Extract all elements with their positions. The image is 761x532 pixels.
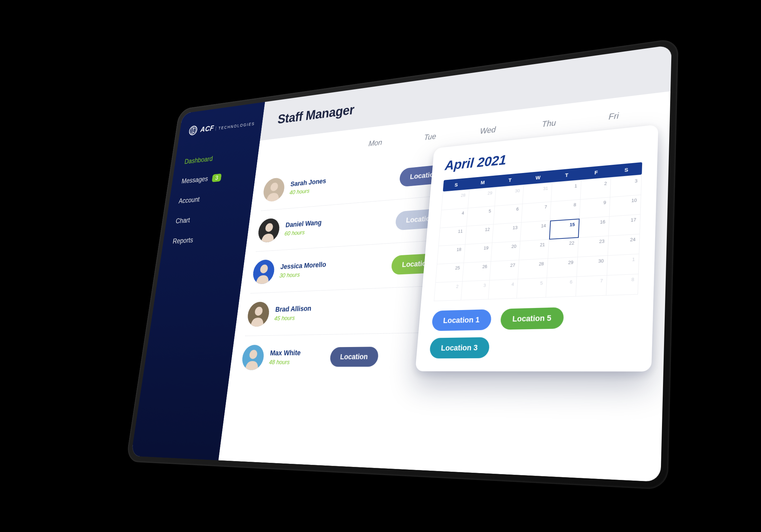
calendar-day[interactable]: 30	[495, 185, 524, 206]
schedule-cell[interactable]	[336, 265, 390, 268]
staff-cell: Brad Allison45 hours	[246, 299, 332, 326]
schedule-cell[interactable]	[579, 154, 646, 161]
schedule-cell[interactable]	[572, 303, 641, 305]
schedule-cell[interactable]	[506, 305, 572, 307]
staff-cell: Sarah Jones40 hours	[262, 171, 346, 202]
calendar-day[interactable]: 9	[579, 197, 610, 219]
calendar-day[interactable]: 31	[523, 183, 552, 204]
calendar-day[interactable]: 29	[468, 188, 496, 208]
calendar-day[interactable]: 7	[521, 202, 551, 222]
calendar-day[interactable]: 8	[606, 274, 638, 295]
staff-name: Max White	[269, 348, 301, 357]
sidebar-item-messages[interactable]: Messages3	[181, 171, 246, 185]
staff-cell: Jessica Morello30 hours	[251, 256, 337, 284]
schedule-cell[interactable]	[341, 221, 395, 225]
calendar-day[interactable]: 19	[464, 243, 492, 263]
schedule-cell[interactable]: Location 2	[398, 163, 456, 187]
calendar-day[interactable]: 1	[607, 254, 639, 275]
calendar-day[interactable]: 17	[609, 214, 640, 236]
calendar-day[interactable]: 3	[461, 280, 490, 300]
sidebar-item-reports[interactable]: Reports	[172, 233, 237, 245]
calendar-day[interactable]: 11	[439, 226, 466, 246]
staff-cell: Max White48 hours	[241, 344, 328, 370]
location-pill[interactable]: Location 4	[391, 252, 448, 275]
schedule-cell[interactable]	[515, 161, 579, 167]
sidebar-item-account[interactable]: Account	[178, 191, 243, 205]
avatar	[257, 218, 281, 243]
schedule-cell[interactable]	[441, 356, 503, 356]
sidebar-item-label: Messages	[181, 174, 208, 185]
schedule-cell[interactable]	[455, 167, 515, 172]
sidebar-item-label: Account	[178, 195, 200, 205]
calendar-day[interactable]: 18	[437, 244, 465, 264]
schedule-cell[interactable]: Location	[325, 346, 383, 367]
calendar-day[interactable]: 6	[546, 276, 577, 297]
staff-hours: 48 hours	[268, 358, 300, 366]
sidebar-item-chart[interactable]: Chart	[175, 212, 241, 225]
calendar-day[interactable]: 25	[435, 263, 464, 283]
schedule-cell[interactable]	[331, 310, 386, 312]
calendar-day[interactable]: 1	[551, 181, 581, 201]
calendar-day[interactable]: 22	[548, 238, 578, 259]
calendar-day[interactable]: 20	[491, 241, 520, 261]
calendar-dow: S	[611, 162, 642, 177]
schedule-cell[interactable]: Location 4	[390, 252, 449, 275]
location-pill[interactable]: Location 2	[399, 163, 455, 187]
calendar-day[interactable]: 8	[550, 199, 580, 220]
schedule-cell[interactable]	[452, 212, 513, 217]
calendar-day[interactable]: 12	[465, 224, 493, 245]
staff-row: Sarah Jones40 hoursLocation 2	[261, 131, 647, 211]
calendar-day[interactable]: 26	[462, 261, 491, 281]
schedule-cell[interactable]: Location 3	[394, 207, 453, 231]
schedule-cell[interactable]	[512, 208, 576, 212]
calendar-day[interactable]: 23	[577, 236, 609, 257]
schedule-cell[interactable]	[444, 307, 506, 309]
schedule-cell[interactable]	[574, 252, 643, 256]
calendar-day[interactable]: 14	[520, 221, 550, 241]
calendar-day[interactable]: 29	[547, 257, 577, 278]
schedule-cell[interactable]	[509, 256, 574, 259]
calendar-day[interactable]: 2	[580, 178, 611, 199]
calendar-day[interactable]: 5	[517, 278, 547, 298]
staff-hours: 30 hours	[279, 270, 325, 279]
staff-row: Max White48 hoursLocation	[240, 329, 640, 381]
calendar-day[interactable]: 6	[493, 204, 523, 224]
calendar-card: April 2021 SMTWTFS 282930311234567891011…	[415, 124, 658, 371]
schedule-cell[interactable]	[576, 203, 645, 208]
calendar-day[interactable]: 13	[492, 222, 521, 243]
calendar-day[interactable]: 21	[519, 239, 549, 260]
calendar-location-pill[interactable]: Location 1	[431, 309, 492, 331]
calendar-day[interactable]: 10	[610, 195, 641, 216]
schedule-cell[interactable]	[386, 309, 444, 310]
calendar-day[interactable]: 7	[576, 275, 607, 296]
calendar-day[interactable]: 2	[434, 281, 462, 301]
calendar-day[interactable]: 28	[518, 259, 548, 279]
schedule-cell[interactable]	[448, 259, 509, 262]
calendar-locations: Location 1Location 5Location 3	[429, 305, 637, 358]
location-pill[interactable]: Location 3	[395, 207, 452, 230]
sidebar-item-label: Dashboard	[184, 154, 213, 165]
location-pill[interactable]: Location	[329, 347, 379, 367]
calendar-day[interactable]: 5	[466, 206, 495, 226]
calendar-day[interactable]: 24	[608, 234, 640, 256]
staff-hours: 60 hours	[284, 227, 321, 237]
avatar	[241, 345, 265, 370]
calendar-location-pill[interactable]: Location 5	[500, 307, 564, 330]
calendar-day[interactable]: 4	[440, 208, 468, 228]
schedule-cell[interactable]	[345, 178, 399, 183]
schedule-cell[interactable]	[503, 355, 569, 356]
avatar	[251, 259, 275, 284]
avatar	[262, 177, 285, 202]
calendar-day[interactable]: 16	[578, 216, 610, 238]
schedule-cell[interactable]	[382, 356, 441, 357]
schedule-cell[interactable]	[569, 355, 640, 355]
calendar-day[interactable]: 27	[490, 260, 519, 280]
calendar-location-pill[interactable]: Location 3	[429, 337, 490, 358]
calendar-day[interactable]: 30	[577, 256, 608, 277]
calendar-day[interactable]: 3	[610, 175, 642, 197]
calendar-dow-row: SMTWTFS	[443, 162, 642, 191]
calendar-day[interactable]: 15	[549, 219, 579, 239]
screen: ACF TECHNOLOGIES DashboardMessages3Accou…	[131, 45, 672, 482]
calendar-day[interactable]: 4	[488, 279, 518, 299]
calendar-day[interactable]: 28	[441, 190, 469, 210]
